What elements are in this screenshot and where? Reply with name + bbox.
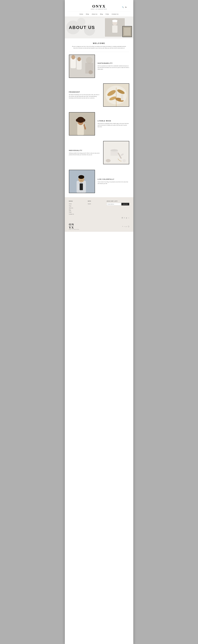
live-colorfully-block: LIVE COLORFULLY Color is kind of our thi… — [65, 167, 133, 196]
live-colorfully-image — [69, 170, 95, 193]
svg-rect-25 — [121, 94, 123, 100]
svg-point-43 — [106, 159, 110, 162]
hero-image-main — [105, 18, 125, 37]
footer-menu-col: MENU Home Shop About Us Blog FAQs Contac… — [69, 200, 85, 215]
livable-wage-body: We provide our employees with a livable … — [98, 123, 129, 128]
svg-point-47 — [78, 175, 84, 179]
nav-blog[interactable]: Blog — [100, 14, 103, 15]
svg-point-32 — [82, 118, 85, 122]
footer-bottom-social: f t p ◯ — [122, 226, 129, 227]
footer-menu-title: MENU — [69, 200, 85, 202]
logo-main: ONYX — [68, 4, 131, 8]
svg-point-14 — [77, 57, 81, 61]
footer-logo-sub: AND ALABASTER — [69, 229, 79, 230]
svg-rect-34 — [85, 122, 86, 126]
live-colorfully-heading: LIVE COLORFULLY — [98, 178, 129, 180]
footer-join-col: JOIN OUR LIST! subscribe — [107, 200, 129, 215]
footer-logo: ONYX — [69, 223, 79, 229]
tw-icon-bottom[interactable]: t — [124, 226, 124, 227]
live-colorfully-body: Color is kind of our thing. Our products… — [98, 181, 129, 184]
footer-email-row: subscribe — [107, 203, 129, 206]
main-nav: Home Shop About Us Blog FAQs Contact Us — [68, 12, 131, 16]
footer-link-shop[interactable]: Shop — [69, 205, 85, 207]
hero-section: ABOUT US — [65, 16, 133, 38]
individuality-body: Nothing is prettier than being yourself.… — [69, 152, 100, 156]
welcome-section: WELCOME We are so happy you are here. He… — [65, 38, 133, 52]
cart-icon[interactable]: 🛍 — [125, 6, 127, 8]
hero-text: ABOUT US — [69, 25, 95, 30]
footer-columns: MENU Home Shop About Us Blog FAQs Contac… — [69, 200, 129, 215]
footer-logo-area: ONYX AND ALABASTER — [69, 223, 79, 230]
page-wrapper: ONYX AND ALABASTER 🔍 🛍 Home Shop About U… — [65, 0, 133, 644]
footer-link-blog[interactable]: Blog — [69, 209, 85, 211]
svg-point-17 — [89, 70, 92, 74]
friendship-body: We believe friendships are one of the be… — [69, 94, 100, 99]
footer-link-search[interactable]: Search — [88, 203, 104, 205]
sustainability-image — [69, 54, 95, 78]
nav-home[interactable]: Home — [79, 14, 83, 15]
subscribe-button[interactable]: subscribe — [121, 203, 129, 206]
footer: MENU Home Shop About Us Blog FAQs Contac… — [65, 197, 133, 221]
nav-about[interactable]: About Us — [92, 14, 97, 15]
svg-rect-2 — [112, 25, 117, 33]
livable-wage-block: LIVABLE WAGE We provide our employees wi… — [65, 110, 133, 138]
sustainability-text: SUSTAINABILITY All of our products are m… — [98, 62, 129, 70]
footer-link-faqs[interactable]: FAQs — [69, 211, 85, 213]
footer-bottom: ONYX AND ALABASTER f t p ◯ — [65, 221, 133, 232]
sustainability-heading: SUSTAINABILITY — [98, 62, 129, 64]
svg-point-12 — [71, 55, 75, 60]
individuality-image — [103, 141, 129, 164]
nav-shop[interactable]: Shop — [86, 14, 89, 15]
individuality-block: INDIVIDUALITY Nothing is prettier than b… — [65, 138, 133, 167]
svg-rect-6 — [124, 28, 130, 36]
footer-join-title: JOIN OUR LIST! — [107, 200, 129, 202]
livable-wage-heading: LIVABLE WAGE — [98, 120, 129, 122]
twitter-icon[interactable]: t — [124, 217, 125, 218]
svg-rect-26 — [123, 96, 125, 100]
header: ONYX AND ALABASTER 🔍 🛍 Home Shop About U… — [65, 0, 133, 16]
friendship-block: FRIENDSHIP We believe friendships are on… — [65, 81, 133, 110]
sustainability-block: SUSTAINABILITY All of our products are m… — [65, 52, 133, 81]
hero-image-small — [122, 26, 132, 37]
nav-contact[interactable]: Contact Us — [112, 14, 119, 15]
footer-link-about[interactable]: About Us — [69, 207, 85, 209]
friendship-heading: FRIENDSHIP — [69, 91, 100, 93]
individuality-heading: INDIVIDUALITY — [69, 150, 100, 151]
logo-area: ONYX AND ALABASTER — [68, 2, 131, 10]
livable-wage-image — [69, 112, 95, 136]
pinterest-icon[interactable]: p — [126, 217, 127, 218]
sustainability-body: All of our products are made from sustai… — [98, 65, 129, 70]
svg-point-42 — [123, 159, 126, 162]
friendship-text: FRIENDSHIP We believe friendships are on… — [69, 91, 100, 99]
fb-icon-bottom[interactable]: f — [122, 226, 123, 227]
header-top: ONYX AND ALABASTER 🔍 🛍 — [68, 2, 131, 10]
instagram-icon[interactable]: ○ — [128, 217, 129, 218]
svg-point-35 — [85, 122, 86, 123]
header-icons: 🔍 🛍 — [122, 6, 127, 8]
footer-social:  t p ○ — [69, 217, 129, 218]
hero-images — [102, 16, 133, 38]
welcome-title: WELCOME — [72, 42, 127, 44]
facebook-icon[interactable]:  — [122, 217, 123, 218]
friendship-image — [103, 84, 129, 107]
live-colorfully-text: LIVE COLORFULLY Color is kind of our thi… — [98, 178, 129, 184]
search-icon[interactable]: 🔍 — [122, 6, 124, 8]
welcome-body: We are so happy you are here. Here at Su… — [72, 46, 127, 49]
footer-link-home[interactable]: Home — [69, 203, 85, 205]
svg-point-15 — [86, 57, 93, 64]
logo-sub: AND ALABASTER — [68, 8, 131, 10]
svg-rect-49 — [80, 184, 83, 190]
nav-faqs[interactable]: FAQs — [106, 14, 109, 15]
svg-point-31 — [76, 118, 79, 122]
svg-point-39 — [110, 149, 118, 152]
svg-rect-4 — [113, 20, 117, 22]
individuality-text: INDIVIDUALITY Nothing is prettier than b… — [69, 150, 100, 156]
footer-email-input[interactable] — [107, 203, 121, 206]
footer-info-title: INFO — [88, 200, 104, 202]
hero-title: ABOUT US — [69, 25, 95, 30]
ig-icon-bottom[interactable]: ◯ — [128, 226, 129, 227]
livable-wage-text: LIVABLE WAGE We provide our employees wi… — [98, 120, 129, 128]
footer-info-col: INFO Search — [88, 200, 104, 215]
pi-icon-bottom[interactable]: p — [126, 226, 127, 227]
footer-link-contact[interactable]: Contact Us — [69, 213, 85, 215]
